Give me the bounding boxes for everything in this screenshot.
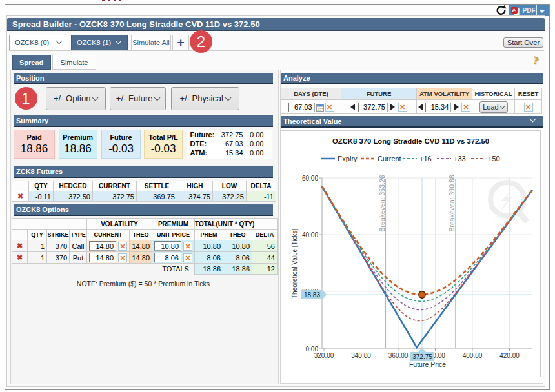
svg-text:+16: +16 bbox=[419, 155, 432, 162]
svg-text:+50: +50 bbox=[488, 155, 500, 162]
svg-text:0.00: 0.00 bbox=[306, 346, 319, 353]
svg-text:18.83: 18.83 bbox=[304, 291, 320, 299]
svg-text:320.00: 320.00 bbox=[314, 352, 334, 359]
svg-text:340.00: 340.00 bbox=[351, 352, 371, 359]
svg-text:Current: Current bbox=[378, 155, 401, 162]
svg-text:Expiry: Expiry bbox=[338, 155, 358, 162]
svg-text:372.75: 372.75 bbox=[412, 353, 432, 360]
svg-text:60.00: 60.00 bbox=[302, 175, 318, 182]
svg-text:40.00: 40.00 bbox=[302, 231, 318, 239]
svg-text:Future Price: Future Price bbox=[409, 360, 446, 368]
svg-text:Theoretical Value [Ticks]: Theoretical Value [Ticks] bbox=[291, 228, 298, 299]
svg-text:420.00: 420.00 bbox=[500, 352, 520, 359]
svg-text:360.00: 360.00 bbox=[388, 352, 409, 359]
svg-text:400.00: 400.00 bbox=[463, 352, 483, 359]
svg-text:+33: +33 bbox=[454, 155, 466, 162]
svg-text:Breakeven: 353.26: Breakeven: 353.26 bbox=[378, 175, 386, 231]
svg-text:OZCK8 370 Long Straddle CVD 11: OZCK8 370 Long Straddle CVD 11D vs 372.5… bbox=[332, 137, 489, 145]
svg-text:Breakeven: 390.88: Breakeven: 390.88 bbox=[448, 175, 456, 231]
